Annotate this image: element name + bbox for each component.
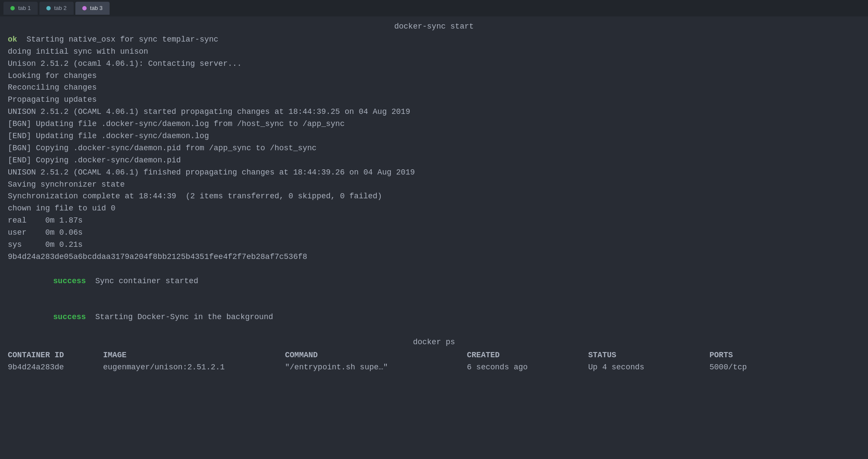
- tab-dot-1: [10, 6, 15, 10]
- command-2-line: docker ps: [8, 336, 860, 349]
- output-line-17: 9b4d24a283de05a6bcddaa3179a204f8bb2125b4…: [8, 251, 860, 263]
- row-created: 6 seconds ago: [467, 362, 588, 374]
- output-line-6: [BGN] Updating file .docker-sync/daemon.…: [8, 118, 860, 130]
- tab-label-2: tab 2: [54, 4, 67, 13]
- tab-label-3: tab 3: [90, 4, 103, 13]
- row-command: "/entrypoint.sh supe…": [285, 362, 467, 374]
- output-line-7: [END] Updating file .docker-sync/daemon.…: [8, 130, 860, 142]
- tab-1[interactable]: tab 1: [3, 2, 38, 15]
- output-line-4: Propagating updates: [8, 94, 860, 106]
- terminal-window: tab 1 tab 2 tab 3 docker-sync start ok S…: [0, 0, 868, 459]
- output-line-15: user 0m 0.06s: [8, 227, 860, 239]
- header-ports: PORTS: [709, 349, 796, 362]
- output-line-14: real 0m 1.87s: [8, 215, 860, 227]
- header-created: CREATED: [467, 349, 588, 362]
- success-keyword-2: success: [53, 313, 86, 321]
- output-line-12: Synchronization complete at 18:44:39 (2 …: [8, 191, 860, 203]
- output-line-13: chown ing file to uid 0: [8, 203, 860, 215]
- header-status: STATUS: [588, 349, 709, 362]
- tab-3[interactable]: tab 3: [75, 2, 110, 15]
- ok-line-text: Starting native_osx for sync templar-syn…: [17, 35, 218, 44]
- header-container-id: CONTAINER ID: [8, 349, 103, 362]
- output-line-11: Saving synchronizer state: [8, 179, 860, 191]
- output-line-10: UNISON 2.51.2 (OCAML 4.06.1) finished pr…: [8, 167, 860, 179]
- header-command: COMMAND: [285, 349, 467, 362]
- ok-line: ok Starting native_osx for sync templar-…: [8, 34, 860, 46]
- tab-dot-3: [82, 6, 87, 10]
- output-line-9: [END] Copying .docker-sync/daemon.pid: [8, 155, 860, 167]
- output-line-8: [BGN] Copying .docker-sync/daemon.pid fr…: [8, 142, 860, 155]
- header-image: IMAGE: [103, 349, 285, 362]
- success-text-1: Sync container started: [86, 277, 198, 285]
- row-status: Up 4 seconds: [588, 362, 709, 374]
- success-line-2: success Starting Docker-Sync in the back…: [8, 299, 860, 336]
- success-text-2: Starting Docker-Sync in the background: [86, 313, 273, 321]
- output-line-16: sys 0m 0.21s: [8, 239, 860, 251]
- success-keyword-1: success: [53, 277, 86, 285]
- tab-2[interactable]: tab 2: [39, 2, 74, 15]
- command-2-text: docker ps: [413, 338, 455, 346]
- output-line-1: Unison 2.51.2 (ocaml 4.06.1): Contacting…: [8, 58, 860, 70]
- tab-bar: tab 1 tab 2 tab 3: [0, 0, 868, 16]
- ok-keyword: ok: [8, 35, 17, 44]
- success-line-1: success Sync container started: [8, 263, 860, 300]
- command-1-line: docker-sync start: [8, 20, 860, 34]
- row-container-id: 9b4d24a283de: [8, 362, 103, 374]
- output-line-0: doing initial sync with unison: [8, 46, 860, 58]
- tab-dot-2: [46, 6, 51, 10]
- output-line-5: UNISON 2.51.2 (OCAML 4.06.1) started pro…: [8, 106, 860, 118]
- terminal-content: docker-sync start ok Starting native_osx…: [0, 16, 868, 377]
- output-line-3: Reconciling changes: [8, 82, 860, 94]
- tab-label-1: tab 1: [18, 4, 31, 13]
- table-row: 9b4d24a283de eugenmayer/unison:2.51.2.1 …: [8, 362, 860, 374]
- row-image: eugenmayer/unison:2.51.2.1: [103, 362, 285, 374]
- command-1-text: docker-sync start: [394, 22, 474, 31]
- output-line-2: Looking for changes: [8, 70, 860, 82]
- table-header: CONTAINER ID IMAGE COMMAND CREATED STATU…: [8, 349, 860, 362]
- row-ports: 5000/tcp: [709, 362, 796, 374]
